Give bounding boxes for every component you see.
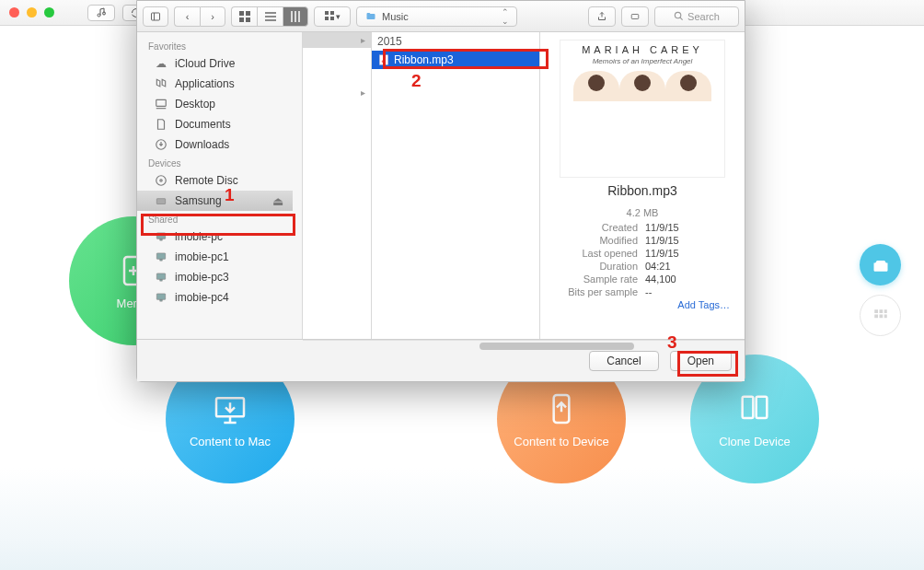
- svg-rect-43: [160, 279, 162, 281]
- svg-rect-15: [239, 11, 244, 16]
- album-art: MARIAH CAREY Memoirs of an Imperfect Ang…: [560, 40, 725, 178]
- search-field[interactable]: Search: [654, 6, 739, 27]
- svg-rect-6: [879, 309, 883, 313]
- sidebar-toggle[interactable]: [143, 6, 168, 27]
- svg-rect-38: [156, 233, 165, 238]
- svg-rect-16: [246, 11, 250, 16]
- svg-point-36: [160, 180, 162, 181]
- display-icon: [154, 270, 168, 285]
- svg-rect-37: [156, 199, 165, 204]
- svg-rect-5: [874, 309, 878, 313]
- column-view-button[interactable]: [283, 6, 308, 27]
- list-view-icon: [265, 11, 276, 22]
- music-button[interactable]: [87, 5, 115, 21]
- arrange-button[interactable]: ▾: [314, 6, 351, 27]
- svg-rect-26: [330, 11, 334, 15]
- disc-icon: [154, 173, 168, 188]
- folder-icon: [364, 11, 377, 22]
- preview-meta: 4.2 MB Created11/9/15 Modified11/9/15 La…: [549, 207, 735, 297]
- toolbox-icon: [872, 256, 890, 274]
- share-button[interactable]: [588, 6, 616, 27]
- path-label: Music: [382, 11, 409, 22]
- forward-button[interactable]: ›: [200, 6, 225, 27]
- toolbox-button[interactable]: [860, 244, 901, 285]
- minimize-dot[interactable]: [27, 7, 37, 17]
- svg-rect-42: [156, 273, 165, 279]
- tag-icon: [629, 12, 641, 21]
- file-row-ribbon[interactable]: Ribbon.mp3: [372, 51, 539, 69]
- svg-rect-4: [757, 396, 768, 417]
- preview-pane: MARIAH CAREY Memoirs of an Imperfect Ang…: [540, 32, 745, 339]
- content-to-mac-label: Content to Mac: [190, 435, 271, 448]
- eject-icon[interactable]: ⏏: [272, 194, 283, 208]
- nav-buttons: ‹ ›: [174, 6, 225, 27]
- devices-header: Devices: [137, 155, 302, 170]
- annotation-number-2: 2: [411, 71, 422, 91]
- view-mode-segment: [231, 6, 308, 27]
- content-to-device-label: Content to Device: [514, 435, 608, 448]
- cancel-button[interactable]: Cancel: [589, 351, 658, 371]
- zoom-dot[interactable]: [44, 7, 54, 17]
- chevron-right-icon: ▸: [361, 87, 365, 98]
- svg-rect-27: [325, 17, 329, 20]
- sidebar-item-imobie-pc4[interactable]: imobie-pc4: [137, 287, 302, 308]
- share-icon: [596, 11, 607, 22]
- sidebar-item-samsung[interactable]: Samsung⏏: [137, 191, 293, 211]
- add-tags-link[interactable]: Add Tags…: [549, 299, 735, 310]
- sidebar-item-remote-disc[interactable]: Remote Disc: [137, 170, 302, 191]
- svg-rect-13: [152, 13, 160, 20]
- display-icon: [154, 290, 168, 305]
- scrollbar-horizontal[interactable]: [303, 340, 745, 351]
- icon-view-button[interactable]: [231, 6, 257, 27]
- cloud-icon: ☁: [154, 56, 168, 71]
- svg-rect-45: [160, 299, 162, 301]
- favorites-header: Favorites: [137, 38, 302, 53]
- album-artist: MARIAH CAREY: [582, 44, 703, 55]
- to-device-icon: [543, 390, 580, 427]
- svg-rect-10: [884, 314, 886, 318]
- svg-rect-28: [330, 17, 334, 20]
- preview-size: 4.2 MB: [553, 207, 732, 218]
- path-dropdown[interactable]: Music ⌃⌄: [356, 6, 517, 27]
- back-button[interactable]: ‹: [174, 6, 200, 27]
- sidebar-item-imobie-pc1[interactable]: imobie-pc1: [137, 247, 302, 267]
- album-title: Memoirs of an Imperfect Angel: [593, 57, 693, 65]
- close-dot[interactable]: [9, 7, 19, 17]
- list-view-button[interactable]: [257, 6, 283, 27]
- display-icon: [154, 250, 168, 264]
- folder-row[interactable]: ▸: [303, 32, 371, 48]
- open-button[interactable]: Open: [670, 351, 732, 371]
- sidebar-item-downloads[interactable]: Downloads: [137, 134, 302, 155]
- column-browser: ▸ ▸ 2015 Ribbon.mp3 MARIAH CAREY Memoirs…: [303, 32, 745, 339]
- column-2[interactable]: 2015 Ribbon.mp3: [372, 32, 540, 339]
- sidebar-item-desktop[interactable]: Desktop: [137, 94, 302, 114]
- svg-rect-29: [631, 14, 639, 18]
- svg-rect-25: [325, 11, 329, 15]
- chevron-right-icon: ▸: [361, 35, 365, 45]
- drive-icon: [154, 193, 168, 208]
- clone-device-label: Clone Device: [719, 435, 790, 448]
- svg-rect-40: [156, 253, 165, 259]
- svg-line-31: [680, 17, 683, 20]
- tags-button[interactable]: [621, 6, 649, 27]
- annotation-number-1: 1: [225, 185, 235, 205]
- folder-row[interactable]: ▸: [303, 85, 371, 100]
- column-header: 2015: [372, 32, 539, 51]
- sidebar-item-imobie-pc[interactable]: imobie-pc: [137, 227, 302, 247]
- download-icon: [154, 137, 168, 152]
- file-label: Ribbon.mp3: [394, 53, 454, 66]
- sidebar-item-icloud[interactable]: ☁iCloud Drive: [137, 53, 302, 74]
- column-1[interactable]: ▸ ▸: [303, 32, 372, 339]
- search-icon: [674, 11, 684, 21]
- sidebar-item-documents[interactable]: Documents: [137, 114, 302, 134]
- grid-view-icon: [239, 11, 250, 22]
- apps-icon: [154, 76, 168, 91]
- sidebar-item-applications[interactable]: Applications: [137, 74, 302, 94]
- preview-filename: Ribbon.mp3: [549, 183, 735, 198]
- dialog-footer: Cancel Open: [137, 339, 745, 381]
- sidebar: Favorites ☁iCloud Drive Applications Des…: [137, 32, 303, 339]
- svg-rect-9: [879, 314, 883, 318]
- sidebar-item-imobie-pc3[interactable]: imobie-pc3: [137, 267, 302, 287]
- open-file-dialog: ‹ › ▾ Music ⌃⌄ Search Favorites ☁iCloud …: [136, 0, 745, 382]
- grid-button[interactable]: [860, 295, 901, 336]
